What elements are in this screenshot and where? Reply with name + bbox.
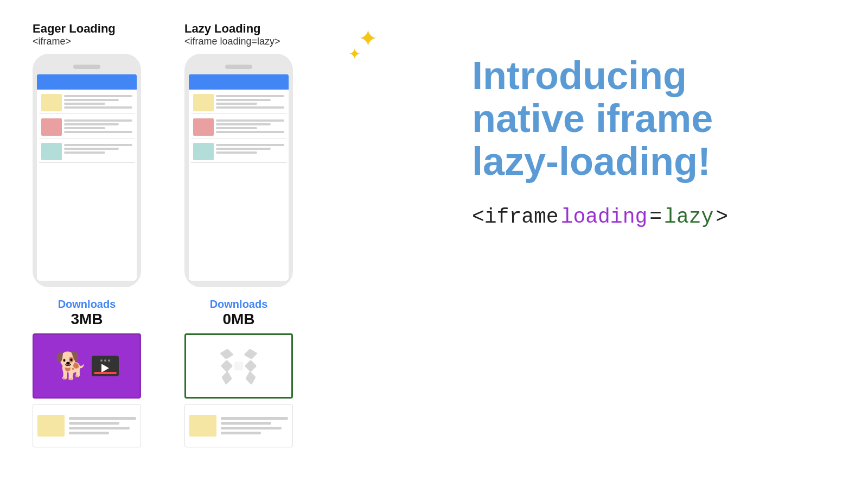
- bottom-content-row: [33, 404, 293, 447]
- lazy-bottom-content: [184, 404, 293, 447]
- eager-phone: [33, 54, 141, 287]
- small-thumb-eager: [37, 415, 65, 437]
- video-player-icon: [92, 356, 119, 376]
- content-lines-1: [64, 94, 132, 109]
- video-dots: [100, 359, 110, 362]
- left-section: Eager Loading <iframe>: [33, 22, 439, 447]
- eager-phone-content: [37, 90, 137, 281]
- eager-label: Eager Loading <iframe>: [33, 22, 141, 47]
- cat-icon: 🐕: [55, 351, 87, 381]
- small-lines-eager: [69, 417, 136, 434]
- lazy-loading-column: Lazy Loading <iframe loading=lazy>: [184, 22, 293, 328]
- introducing-text: Introducing native iframe lazy-loading!: [472, 54, 835, 184]
- lazy-subtitle: <iframe loading=lazy>: [184, 36, 293, 47]
- lazy-iframe-preview: [184, 333, 293, 399]
- eager-phone-header: [37, 74, 137, 90]
- small-thumb-lazy: [189, 415, 216, 437]
- content-lines-3: [64, 143, 132, 154]
- content-block-3: [39, 141, 135, 163]
- lazy-content-block-1: [191, 92, 286, 114]
- content-lines-2: [64, 118, 132, 133]
- content-block-1: [39, 92, 135, 114]
- code-lazy-value: lazy: [664, 205, 713, 229]
- code-close: >: [716, 205, 728, 229]
- lazy-phone: [184, 54, 293, 287]
- lazy-content-block-2: [191, 116, 286, 138]
- code-loading-attr: loading: [561, 205, 648, 229]
- lazy-screen: [189, 74, 289, 281]
- phones-row: Eager Loading <iframe>: [33, 22, 293, 328]
- thumb-teal-1: [41, 143, 62, 160]
- lazy-downloads-info: Downloads 0MB: [184, 298, 293, 328]
- lazy-content-lines-2: [216, 118, 284, 133]
- eager-title: Eager Loading: [33, 22, 141, 36]
- code-iframe: <iframe: [472, 205, 559, 229]
- eager-iframe-preview: 🐕: [33, 333, 141, 399]
- cat-video-container: 🐕: [55, 351, 119, 381]
- lazy-phone-header: [189, 74, 289, 90]
- iframe-previews-row: 🐕: [33, 333, 293, 399]
- phone-notch: [73, 65, 100, 69]
- eager-downloads-size: 3MB: [33, 311, 141, 328]
- right-section: Introducing native iframe lazy-loading! …: [439, 22, 835, 229]
- loading-spinner-icon: [222, 350, 255, 382]
- code-equals: =: [649, 205, 662, 229]
- code-snippet: <iframe loading = lazy >: [472, 205, 835, 229]
- play-button-icon: [101, 364, 109, 372]
- eager-loading-column: Eager Loading <iframe>: [33, 22, 141, 328]
- lazy-phone-notch: [225, 65, 252, 69]
- lazy-downloads-size: 0MB: [184, 311, 293, 328]
- lazy-phone-content: [189, 90, 289, 281]
- lazy-thumb-yellow: [193, 94, 214, 111]
- eager-bottom-content: [33, 404, 141, 447]
- lazy-label: Lazy Loading <iframe loading=lazy>: [184, 22, 293, 47]
- lazy-title: Lazy Loading: [184, 22, 293, 36]
- thumb-yellow-1: [41, 94, 62, 111]
- lazy-content-lines-3: [216, 143, 284, 154]
- lazy-thumb-teal: [193, 143, 214, 160]
- small-lines-lazy: [221, 417, 288, 434]
- eager-downloads-label: Downloads: [33, 298, 141, 311]
- thumb-red-1: [41, 118, 62, 136]
- lazy-content-lines-1: [216, 94, 284, 109]
- lazy-thumb-red: [193, 118, 214, 136]
- eager-downloads-info: Downloads 3MB: [33, 298, 141, 328]
- eager-subtitle: <iframe>: [33, 36, 141, 47]
- eager-screen: [37, 74, 137, 281]
- lazy-downloads-label: Downloads: [184, 298, 293, 311]
- content-block-2: [39, 116, 135, 138]
- video-progress-bar: [94, 372, 117, 374]
- lazy-content-block-3: [191, 141, 286, 163]
